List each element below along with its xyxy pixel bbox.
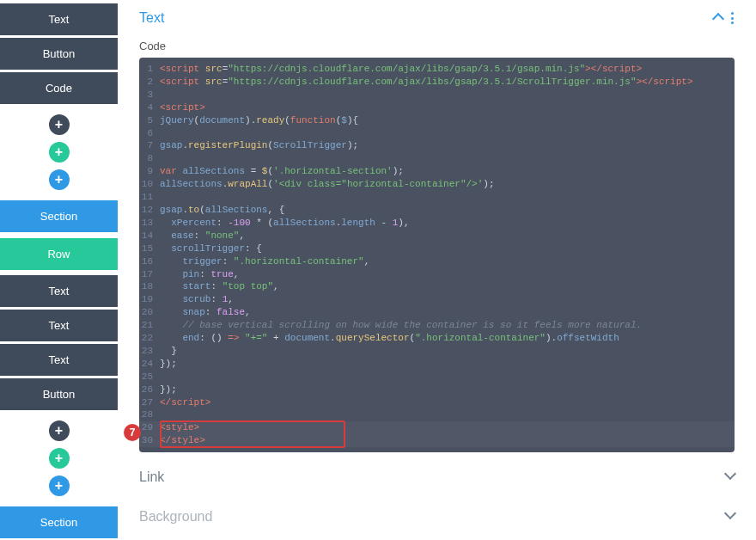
sidebar-item-button-2[interactable]: Button (0, 378, 118, 410)
section-background[interactable]: Background (139, 492, 735, 525)
chevron-down-icon-2 (726, 509, 735, 525)
sidebar-item-row[interactable]: Row (0, 238, 118, 270)
add-green-icon-2[interactable]: + (49, 448, 70, 469)
add-dark-icon[interactable]: + (49, 114, 70, 135)
main-panel: Text Code 1<script src="https://cdnjs.cl… (118, 0, 756, 540)
sidebar-item-text-3[interactable]: Text (0, 310, 118, 341)
section-header-text[interactable]: Text (139, 0, 735, 29)
background-title: Background (139, 509, 212, 525)
add-dark-icon-2[interactable]: + (49, 420, 70, 441)
callout-7: 7 (124, 424, 141, 441)
sidebar-item-section[interactable]: Section (0, 200, 118, 232)
add-blue-icon-2[interactable]: + (49, 476, 70, 496)
sidebar-item-text-2[interactable]: Text (0, 275, 118, 307)
sidebar-item-text-4[interactable]: Text (0, 344, 118, 376)
sidebar: Text Button Code + + + Section Row Text … (0, 0, 118, 540)
add-green-icon[interactable]: + (49, 142, 70, 163)
section-link[interactable]: Link (139, 452, 735, 492)
sidebar-item-button[interactable]: Button (0, 38, 118, 70)
code-field-label: Code (139, 29, 735, 58)
more-vertical-icon[interactable] (731, 12, 735, 24)
code-editor[interactable]: 1<script src="https://cdnjs.cloudflare.c… (139, 58, 735, 452)
chevron-up-icon[interactable] (714, 11, 722, 26)
section-title: Text (139, 10, 164, 26)
add-blue-icon[interactable]: + (49, 169, 70, 190)
sidebar-item-section-2[interactable]: Section (0, 506, 118, 538)
link-title: Link (139, 469, 164, 485)
sidebar-item-text[interactable]: Text (0, 3, 118, 35)
sidebar-item-code[interactable]: Code (0, 72, 118, 104)
chevron-down-icon (726, 469, 735, 485)
